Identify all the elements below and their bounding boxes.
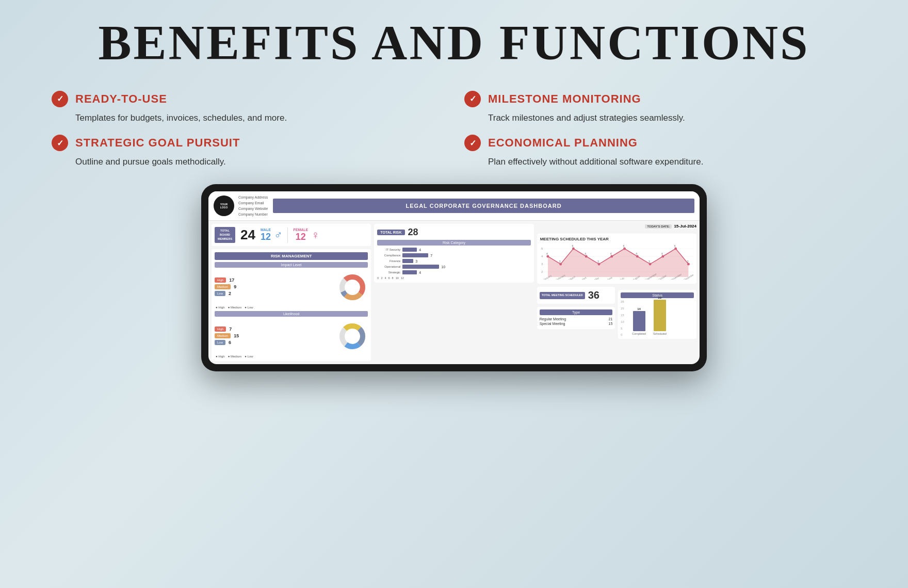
svg-point-23	[610, 255, 613, 258]
tablet-container: YOUR LOGO Company Address Company Email …	[0, 184, 908, 372]
feature-title-1: READY-TO-USE	[75, 92, 167, 106]
feature-header: READY-TO-USE	[52, 91, 433, 107]
feature-strategic: STRATEGIC GOAL PURSUIT Outline and pursu…	[41, 129, 454, 174]
svg-text:4: 4	[636, 253, 637, 255]
col-1: TOTAL BOARD MEMBERS 24 MALE 12 ♂	[212, 224, 371, 361]
svg-point-18	[546, 255, 549, 258]
feature-desc-2: Track milestones and adjust strategies s…	[464, 111, 846, 125]
impact-subtitle: Impact Level	[215, 262, 368, 268]
svg-point-20	[572, 248, 575, 250]
page-wrapper: BENEFITS AND FUNCTIONS READY-TO-USE Temp…	[0, 0, 908, 588]
svg-text:July: July	[619, 277, 625, 280]
feature-desc-4: Plan effectively without additional soft…	[464, 155, 846, 169]
risk-cat-finance: Finance 3	[377, 259, 530, 263]
feature-ready-to-use: READY-TO-USE Templates for budgets, invo…	[41, 86, 454, 130]
total-risk-num: 28	[408, 227, 418, 238]
check-icon-4	[464, 135, 481, 151]
col-3: TODAY'S DATE: 15-Jul-2024 MEETING SCHEDU…	[537, 224, 696, 361]
likelihood-donut	[337, 321, 368, 352]
dash-body: TOTAL BOARD MEMBERS 24 MALE 12 ♂	[208, 221, 700, 364]
female-icon: ♀	[311, 228, 320, 242]
svg-text:4: 4	[610, 253, 611, 255]
impact-donut	[337, 272, 368, 303]
svg-text:5: 5	[674, 245, 675, 248]
feature-milestone: MILESTONE MONITORING Track milestones an…	[454, 86, 867, 130]
svg-point-9	[346, 330, 359, 343]
svg-point-29	[687, 263, 690, 266]
total-mtg-num: 36	[588, 289, 599, 301]
tablet-mockup: YOUR LOGO Company Address Company Email …	[201, 184, 707, 372]
check-icon-2	[464, 91, 481, 107]
likelihood-low-badge: Low	[215, 340, 225, 345]
risk-card: RISK MANAGEMENT Impact Level High 17	[212, 249, 371, 361]
risk-cat-strategic: Strategic 4	[377, 270, 530, 274]
risk-section-title: RISK MANAGEMENT	[215, 252, 368, 260]
meeting-area-chart: 5 4 3 2	[540, 243, 693, 280]
total-mtg-row: TOTAL MEETING SCHEDULED 36	[540, 289, 613, 301]
feature-header: ECONOMICAL PLANNING	[464, 135, 846, 151]
risk-categories: IT Security 4 Compliance 7	[377, 248, 530, 274]
svg-point-26	[648, 263, 651, 266]
check-icon	[52, 91, 68, 107]
board-label: TOTAL BOARD MEMBERS	[215, 227, 235, 243]
today-label: TODAY'S DATE:	[645, 224, 672, 228]
feature-desc-3: Outline and pursue goals methodically.	[52, 155, 433, 169]
svg-text:4: 4	[585, 253, 586, 255]
page-title: BENEFITS AND FUNCTIONS	[0, 0, 908, 70]
check-icon-3	[52, 135, 68, 151]
tablet-screen: YOUR LOGO Company Address Company Email …	[208, 191, 700, 365]
bar-compliance	[402, 253, 428, 257]
feature-title-4: ECONOMICAL PLANNING	[488, 136, 638, 150]
type-header: Type	[540, 309, 613, 315]
meeting-chart-title: MEETING SCHEDULED THIS YEAR	[540, 237, 693, 241]
svg-point-21	[585, 255, 587, 258]
bar-finance	[402, 259, 413, 263]
low-badge: Low	[215, 291, 225, 296]
svg-text:4: 4	[546, 253, 548, 255]
type-row-special: Special Meeting 15	[540, 322, 613, 325]
left-bottom: TOTAL MEETING SCHEDULED 36 Type R	[537, 287, 615, 339]
bar-completed: 14 Completed	[632, 307, 646, 335]
likelihood-subtitle: Likelihood	[215, 311, 368, 317]
today-date: 15-Jul-2024	[674, 224, 696, 228]
dashboard: YOUR LOGO Company Address Company Email …	[208, 191, 700, 365]
dash-header: YOUR LOGO Company Address Company Email …	[208, 191, 700, 221]
board-count: 24	[240, 227, 255, 243]
svg-text:3: 3	[559, 260, 560, 263]
type-card: Type Regular Meeting 21 Special Meeting …	[537, 307, 615, 329]
risk-cat-subtitle: Risk Category	[377, 240, 530, 246]
feature-title-3: STRATEGIC GOAL PURSUIT	[75, 136, 240, 150]
total-risk-badge: TOTAL RISK	[377, 230, 404, 235]
total-risk-card: TOTAL RISK 28 Risk Category IT Security …	[374, 224, 533, 283]
female-block: FEMALE 12	[293, 228, 308, 242]
svg-point-28	[674, 248, 677, 250]
svg-point-24	[623, 248, 626, 250]
bar-strategic	[402, 270, 417, 274]
feature-title-2: MILESTONE MONITORING	[488, 92, 641, 106]
high-badge: High	[215, 277, 226, 283]
feature-economical: ECONOMICAL PLANNING Plan effectively wit…	[454, 129, 867, 174]
date-row: TODAY'S DATE: 15-Jul-2024	[537, 224, 696, 228]
feature-header: STRATEGIC GOAL PURSUIT	[52, 135, 433, 151]
impact-section: Impact Level High 17	[215, 262, 368, 309]
likelihood-high-badge: High	[215, 326, 226, 332]
svg-text:5: 5	[623, 245, 624, 248]
company-info: Company Address Company Email Company We…	[238, 194, 268, 218]
dashboard-title: LEGAL CORPORATE GOVERNANCE DASHBOARD	[273, 199, 694, 213]
male-block: MALE 12	[261, 228, 271, 242]
svg-point-25	[636, 255, 638, 258]
svg-text:3: 3	[648, 260, 650, 263]
medium-badge: Medium	[215, 284, 231, 289]
meeting-chart-card: MEETING SCHEDULED THIS YEAR 5	[537, 234, 696, 284]
svg-point-27	[661, 255, 664, 258]
type-row-regular: Regular Meeting 21	[540, 317, 613, 321]
likelihood-section: Likelihood High 7 M	[215, 311, 368, 358]
svg-text:5: 5	[572, 245, 573, 248]
meeting-bottom: TOTAL MEETING SCHEDULED 36 Type R	[537, 287, 696, 339]
features-grid: READY-TO-USE Templates for budgets, invo…	[41, 86, 867, 174]
total-mtg-card: TOTAL MEETING SCHEDULED 36	[537, 287, 615, 304]
feature-desc-1: Templates for budgets, invoices, schedul…	[52, 111, 433, 125]
status-card: Status 2520151050	[618, 290, 696, 339]
feature-header: MILESTONE MONITORING	[464, 91, 846, 107]
total-mtg-label: TOTAL MEETING SCHEDULED	[540, 292, 585, 299]
